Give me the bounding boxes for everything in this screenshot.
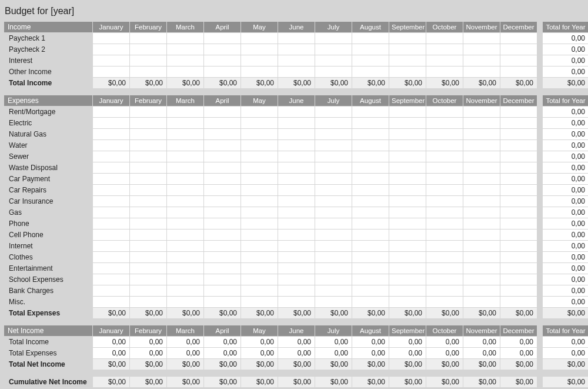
cell[interactable]: 0,00	[204, 348, 240, 358]
cell[interactable]: $0,00	[352, 78, 389, 88]
cell[interactable]	[352, 151, 389, 162]
cell[interactable]	[93, 151, 129, 162]
cell[interactable]	[500, 274, 537, 285]
cell[interactable]	[389, 241, 426, 251]
cell[interactable]	[241, 162, 278, 173]
cell[interactable]	[167, 44, 203, 55]
cell[interactable]	[204, 241, 240, 251]
cell[interactable]: 0,00	[93, 337, 129, 347]
cell[interactable]	[426, 196, 463, 207]
cell[interactable]	[130, 297, 166, 307]
cell[interactable]	[426, 207, 463, 218]
cell[interactable]: $0,00	[463, 78, 500, 88]
cell[interactable]	[278, 185, 315, 195]
cell[interactable]: $0,00	[426, 377, 463, 387]
cell[interactable]	[93, 162, 129, 173]
cell[interactable]	[204, 230, 240, 240]
cell[interactable]	[389, 218, 426, 229]
cell[interactable]	[315, 107, 352, 117]
cell[interactable]: 0,00	[500, 337, 537, 347]
cell[interactable]: 0,00	[426, 348, 463, 358]
cell[interactable]	[315, 285, 352, 296]
cell[interactable]	[241, 274, 278, 285]
cell[interactable]	[167, 55, 203, 66]
cell[interactable]	[463, 129, 500, 139]
cell[interactable]	[167, 33, 203, 44]
cell[interactable]	[426, 263, 463, 274]
cell[interactable]	[130, 218, 166, 229]
cell[interactable]	[463, 67, 500, 77]
cell[interactable]	[352, 33, 389, 44]
cell[interactable]: $0,00	[463, 359, 500, 370]
cell[interactable]	[389, 107, 426, 117]
cell[interactable]	[426, 33, 463, 44]
cell[interactable]: 0,00	[241, 337, 278, 347]
cell[interactable]: $0,00	[426, 359, 463, 370]
cell[interactable]	[352, 263, 389, 274]
cell[interactable]	[130, 140, 166, 151]
cell[interactable]	[278, 207, 315, 218]
cell[interactable]	[130, 33, 166, 44]
cell[interactable]	[241, 218, 278, 229]
cell[interactable]	[204, 129, 240, 139]
cell[interactable]	[352, 129, 389, 139]
cell[interactable]: $0,00	[315, 78, 352, 88]
cell[interactable]	[204, 33, 240, 44]
cell[interactable]	[389, 44, 426, 55]
cell[interactable]	[167, 274, 203, 285]
cell[interactable]	[167, 285, 203, 296]
cell[interactable]	[241, 33, 278, 44]
cell[interactable]	[204, 285, 240, 296]
cell[interactable]	[426, 55, 463, 66]
cell[interactable]: $0,00	[389, 377, 426, 387]
cell[interactable]	[241, 129, 278, 139]
cell[interactable]	[315, 252, 352, 262]
cell[interactable]: $0,00	[463, 308, 500, 318]
cell[interactable]	[463, 185, 500, 195]
cell[interactable]: $0,00	[130, 308, 166, 318]
cell[interactable]: 0,00	[352, 337, 389, 347]
cell[interactable]	[500, 55, 537, 66]
cell[interactable]: $0,00	[463, 377, 500, 387]
cell[interactable]: $0,00	[500, 377, 537, 387]
cell[interactable]	[204, 67, 240, 77]
cell[interactable]	[93, 33, 129, 44]
cell[interactable]	[93, 107, 129, 117]
cell[interactable]	[278, 33, 315, 44]
cell[interactable]	[315, 33, 352, 44]
cell[interactable]: $0,00	[315, 359, 352, 370]
cell[interactable]	[204, 196, 240, 207]
cell[interactable]	[315, 241, 352, 251]
cell[interactable]	[500, 207, 537, 218]
cell[interactable]: 0,00	[130, 337, 166, 347]
cell[interactable]	[204, 185, 240, 195]
cell[interactable]	[167, 263, 203, 274]
cell[interactable]	[500, 230, 537, 240]
cell[interactable]	[463, 263, 500, 274]
cell[interactable]	[130, 162, 166, 173]
cell[interactable]	[130, 129, 166, 139]
cell[interactable]	[500, 196, 537, 207]
cell[interactable]: $0,00	[241, 377, 278, 387]
cell[interactable]	[500, 252, 537, 262]
cell[interactable]: 0,00	[241, 348, 278, 358]
cell[interactable]: $0,00	[389, 359, 426, 370]
cell[interactable]: 0,00	[204, 337, 240, 347]
cell[interactable]	[463, 297, 500, 307]
cell[interactable]	[278, 162, 315, 173]
cell[interactable]	[426, 274, 463, 285]
cell[interactable]	[426, 162, 463, 173]
cell[interactable]	[167, 196, 203, 207]
cell[interactable]	[463, 33, 500, 44]
cell[interactable]	[352, 140, 389, 151]
cell[interactable]	[130, 285, 166, 296]
cell[interactable]	[93, 297, 129, 307]
cell[interactable]: $0,00	[167, 308, 203, 318]
cell[interactable]: 0,00	[389, 337, 426, 347]
cell[interactable]	[500, 151, 537, 162]
cell[interactable]	[463, 55, 500, 66]
cell[interactable]	[204, 44, 240, 55]
cell[interactable]	[463, 218, 500, 229]
cell[interactable]	[278, 129, 315, 139]
cell[interactable]	[130, 207, 166, 218]
